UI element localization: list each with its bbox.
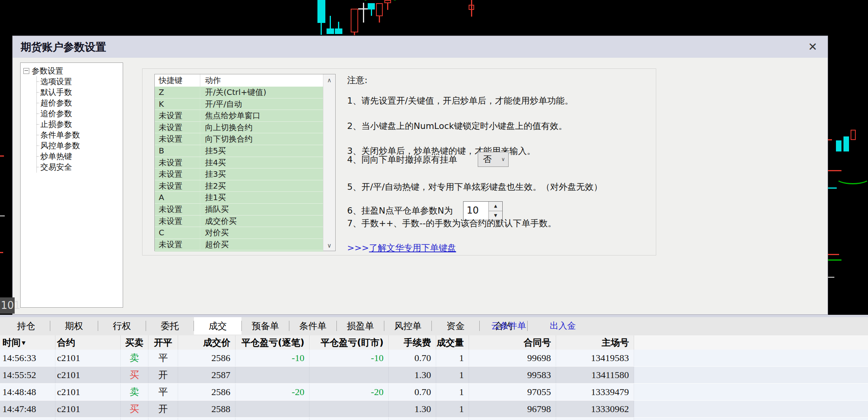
- cell-time: 14:55:52: [0, 367, 55, 383]
- scrollbar[interactable]: ∧ ∨: [323, 74, 335, 251]
- candle-up: [317, 0, 325, 23]
- cell-order_no: 96798: [469, 401, 556, 417]
- sidebar-item-超价参数[interactable]: 超价参数: [37, 98, 123, 108]
- hotkey-row[interactable]: B挂5买: [155, 145, 323, 157]
- chevron-down-icon: ∨: [501, 152, 505, 166]
- cell-exchange_no: 13419583: [556, 350, 634, 366]
- hotkey-row[interactable]: 未设置超价买: [155, 239, 323, 251]
- hotkey-key-cell: 未设置: [155, 180, 200, 192]
- notes-heading: 注意:: [347, 74, 367, 86]
- sidebar-item-条件单参数[interactable]: 条件单参数: [37, 130, 123, 140]
- cell-exchange_no: 13339479: [556, 384, 634, 400]
- table-body: 14:56:33c2101卖平2586-10-100.7019969813419…: [0, 350, 868, 420]
- hotkey-key-cell: K: [155, 98, 200, 110]
- hotkey-row[interactable]: 未设置向上切换合约: [155, 122, 323, 134]
- tab-风控单[interactable]: 风控单: [384, 317, 431, 335]
- candle-up: [327, 28, 334, 34]
- cell-price: 2586: [178, 384, 236, 400]
- tab-持仓[interactable]: 持仓: [2, 317, 50, 335]
- hotkey-key-cell: 未设置: [155, 168, 200, 180]
- hotkey-action-cell: 成交价买: [200, 216, 323, 227]
- table-row[interactable]: 买开: [0, 418, 868, 420]
- hotkey-row[interactable]: A挂1买: [155, 192, 323, 204]
- cell-pnl_tick: [236, 401, 310, 417]
- sidebar-item-炒单热键[interactable]: 炒单热键: [37, 151, 123, 162]
- column-header-fee[interactable]: 手续费: [389, 335, 436, 350]
- sidebar-item-选项设置[interactable]: 选项设置: [37, 76, 123, 87]
- collapse-icon[interactable]: [23, 68, 29, 74]
- hotkey-row[interactable]: 未设置向下切换合约: [155, 133, 323, 145]
- link-row: >>>了解文华专用下单键盘: [347, 242, 456, 254]
- hotkey-row[interactable]: 未设置插队买: [155, 204, 323, 216]
- sidebar-item-止损参数[interactable]: 止损参数: [37, 119, 123, 130]
- hotkey-row[interactable]: 未设置焦点给炒单窗口: [155, 110, 323, 122]
- candle-down: [851, 130, 856, 140]
- deposit-withdraw-link[interactable]: 出入金: [550, 317, 576, 335]
- sidebar-item-风控单参数[interactable]: 风控单参数: [37, 140, 123, 151]
- cell-pnl_tick: [236, 418, 310, 420]
- tree-root-label: 参数设置: [32, 66, 63, 76]
- note-1: 1、请先设置开/关键值，开启炒单后，才能使用炒单功能。: [347, 95, 573, 107]
- cell-time: 14:56:33: [0, 350, 55, 366]
- column-header-order_no[interactable]: 合同号: [469, 335, 556, 350]
- column-header-side[interactable]: 买卖: [121, 335, 148, 350]
- tab-条件单[interactable]: 条件单: [289, 317, 336, 335]
- hotkey-action-cell: 挂3买: [200, 168, 323, 180]
- hotkey-action-cell: 对价买: [200, 227, 323, 238]
- cell-contract: [55, 418, 121, 420]
- note-5: 5、开/平/自动热键，对专用下单炫彩键盘也生效。（对外盘无效）: [347, 181, 602, 193]
- tab-成交[interactable]: 成交: [194, 317, 241, 335]
- column-header-price[interactable]: 成交价: [178, 335, 236, 350]
- scroll-up-icon[interactable]: ∧: [323, 74, 335, 85]
- hotkey-row[interactable]: K开/平/自动: [155, 98, 323, 110]
- cell-open_close: 开: [148, 367, 178, 383]
- note-2: 2、当小键盘上的NumLock键锁定时小键盘上的值有效。: [347, 120, 567, 132]
- tab-行权[interactable]: 行权: [98, 317, 146, 335]
- cell-contract: c2101: [55, 384, 121, 400]
- table-row[interactable]: 14:55:52c2101买开25871.3019958313411580: [0, 367, 868, 384]
- close-icon[interactable]: ✕: [808, 36, 817, 58]
- column-header-contract[interactable]: 合约: [55, 335, 121, 350]
- hotkey-row[interactable]: 未设置挂2买: [155, 180, 323, 192]
- cloud-condition-order-link[interactable]: 云条件单: [491, 317, 526, 335]
- tab-预备单[interactable]: 预备单: [242, 317, 289, 335]
- cell-volume: [436, 418, 469, 420]
- table-row[interactable]: 14:56:33c2101卖平2586-10-100.7019969813419…: [0, 350, 868, 367]
- hotkey-table: 快捷键 动作 Z开/关(Ctrl+键值)K开/平/自动未设置焦点给炒单窗口未设置…: [154, 74, 336, 251]
- settings-tree: 参数设置 选项设置默认手数超价参数追价参数止损参数条件单参数风控单参数炒单热键交…: [20, 62, 123, 308]
- tab-损盈单[interactable]: 损盈单: [337, 317, 384, 335]
- sidebar-item-交易安全[interactable]: 交易安全: [37, 162, 123, 172]
- hotkey-row[interactable]: 未设置挂3买: [155, 168, 323, 180]
- candle-up: [843, 136, 849, 151]
- column-header-pnl_tick[interactable]: 平仓盈亏(逐笔): [236, 335, 310, 350]
- tab-资金[interactable]: 资金: [432, 317, 479, 335]
- cell-contract: c2101: [55, 350, 121, 366]
- column-header-pnl_mark[interactable]: 平仓盈亏(盯市): [310, 335, 389, 350]
- tab-期权[interactable]: 期权: [50, 317, 98, 335]
- hotkey-key-cell: 未设置: [155, 110, 200, 121]
- hotkey-row[interactable]: C对价买: [155, 227, 323, 239]
- hotkey-row[interactable]: 未设置成交价买: [155, 216, 323, 227]
- cell-volume: 1: [436, 350, 469, 366]
- keyboard-info-link[interactable]: >>>了解文华专用下单键盘: [347, 243, 456, 253]
- tab-委托[interactable]: 委托: [146, 317, 194, 335]
- table-row[interactable]: 14:47:48c2101买开25881.3019679813330962: [0, 401, 868, 418]
- column-header-exchange_no[interactable]: 主场号: [556, 335, 634, 350]
- header-filler: [634, 335, 868, 350]
- hotkey-row[interactable]: 未设置挂4买: [155, 157, 323, 169]
- hotkey-row[interactable]: Z开/关(Ctrl+键值): [155, 87, 323, 98]
- cell-price: 2588: [178, 401, 236, 417]
- row-filler: [634, 384, 868, 400]
- column-header-time[interactable]: 时间▼: [0, 335, 55, 350]
- tree-root-item[interactable]: 参数设置: [21, 66, 123, 76]
- table-row[interactable]: 14:48:48c2101卖平2586-20-200.7019705513339…: [0, 384, 868, 401]
- cross-mark: [363, 3, 364, 23]
- sidebar-item-默认手数[interactable]: 默认手数: [37, 87, 123, 98]
- cancel-existing-orders-select[interactable]: 否 ∨: [478, 152, 509, 167]
- column-header-volume[interactable]: 成交量: [436, 335, 469, 350]
- scroll-down-icon[interactable]: ∨: [323, 240, 335, 251]
- spin-up-icon[interactable]: ▲: [489, 202, 502, 211]
- column-header-open_close[interactable]: 开平: [148, 335, 178, 350]
- sidebar-item-追价参数[interactable]: 追价参数: [37, 108, 123, 119]
- indicator-curve: [835, 171, 868, 184]
